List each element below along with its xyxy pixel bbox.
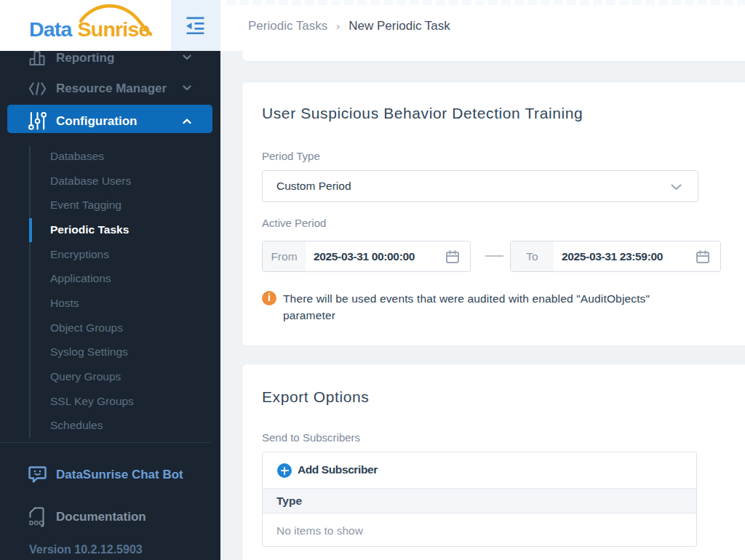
svg-text:DOC: DOC	[29, 519, 44, 527]
